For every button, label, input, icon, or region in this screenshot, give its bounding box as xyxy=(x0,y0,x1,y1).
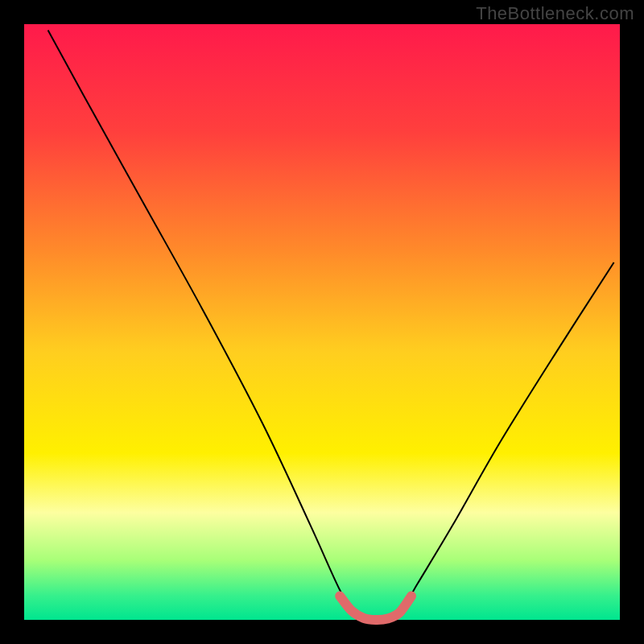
chart-container: TheBottleneck.com xyxy=(0,0,644,644)
gradient-plot-area xyxy=(24,24,620,620)
bottleneck-chart xyxy=(0,0,644,644)
watermark-text: TheBottleneck.com xyxy=(476,3,634,24)
